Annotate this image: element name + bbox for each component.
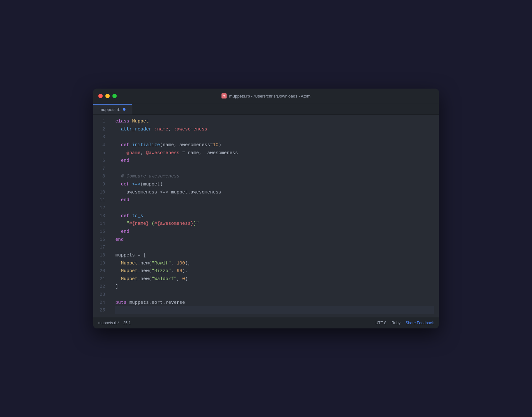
code-line-21: Muppet.new("Waldorf", 0): [115, 275, 434, 283]
code-line-20: Muppet.new("Rizzo", 99),: [115, 267, 434, 275]
line-numbers: 1 2 3 4 5 6 7 8 9 10 11 12 13 14 15 16 1…: [93, 117, 110, 314]
code-line-10: awesomeness <=> muppet.awesomeness: [115, 188, 434, 196]
code-line-2: attr_reader :name, :awesomeness: [115, 125, 434, 133]
traffic-lights: [98, 94, 117, 98]
code-line-9: def <=>(muppet): [115, 180, 434, 188]
code-editor[interactable]: 1 2 3 4 5 6 7 8 9 10 11 12 13 14 15 16 1…: [93, 115, 439, 317]
window-title: rb muppets.rb - /Users/chris/Downloads -…: [222, 93, 310, 98]
tab-modified-indicator: [123, 108, 125, 111]
code-line-7: [115, 165, 434, 173]
statusbar-encoding: UTF-8: [375, 321, 386, 325]
code-line-3: [115, 133, 434, 141]
file-type-icon: rb: [222, 93, 227, 98]
close-button[interactable]: [98, 94, 103, 98]
code-line-4: def initialize(name, awesomeness=10): [115, 141, 434, 149]
minimize-button[interactable]: [105, 94, 110, 98]
code-line-13: def to_s: [115, 212, 434, 220]
code-line-12: [115, 204, 434, 212]
code-line-16: end: [115, 236, 434, 244]
statusbar-file-info: muppets.rb* 25,1: [98, 321, 131, 325]
code-line-14: "#{name} (#{awesomeness})": [115, 220, 434, 228]
statusbar-right: UTF-8 Ruby Share Feedback: [375, 321, 434, 325]
code-line-25: [115, 306, 434, 314]
code-line-1: class Muppet: [115, 117, 434, 125]
maximize-button[interactable]: [112, 94, 117, 98]
statusbar-filename: muppets.rb*: [98, 321, 119, 325]
editor-window: rb muppets.rb - /Users/chris/Downloads -…: [93, 89, 439, 328]
share-feedback-link[interactable]: Share Feedback: [406, 321, 434, 325]
code-line-18: muppets = [: [115, 251, 434, 259]
code-line-23: [115, 291, 434, 299]
code-content[interactable]: class Muppet attr_reader :name, :awesome…: [110, 117, 439, 314]
code-line-6: end: [115, 157, 434, 165]
code-line-22: ]: [115, 283, 434, 291]
statusbar: muppets.rb* 25,1 UTF-8 Ruby Share Feedba…: [93, 317, 439, 328]
code-line-5: @name, @awesomeness = name, awesomeness: [115, 149, 434, 157]
code-line-11: end: [115, 196, 434, 204]
code-line-15: end: [115, 228, 434, 236]
tab-bar: muppets.rb: [93, 104, 439, 115]
statusbar-cursor: 25,1: [123, 321, 131, 325]
code-line-8: # Compare awesomeness: [115, 172, 434, 180]
tab-label: muppets.rb: [100, 107, 120, 112]
titlebar: rb muppets.rb - /Users/chris/Downloads -…: [93, 89, 439, 104]
code-line-19: Muppet.new("Rowlf", 100),: [115, 259, 434, 267]
statusbar-language: Ruby: [391, 321, 400, 325]
code-line-17: [115, 243, 434, 251]
code-line-24: puts muppets.sort.reverse: [115, 299, 434, 307]
title-text: muppets.rb - /Users/chris/Downloads - At…: [229, 94, 310, 98]
tab-muppets-rb[interactable]: muppets.rb: [93, 104, 132, 114]
